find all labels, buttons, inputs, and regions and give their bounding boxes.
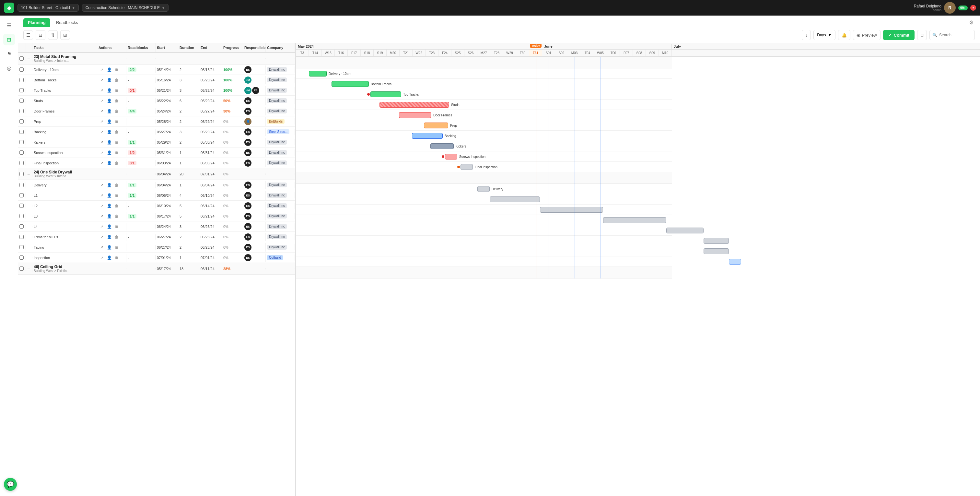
link-icon[interactable]: ↗	[99, 213, 105, 220]
gantt-bar[interactable]	[703, 238, 729, 244]
sidebar-item-schedule[interactable]: ⊞	[3, 34, 15, 45]
tab-roadblocks[interactable]: Roadblocks	[51, 18, 83, 27]
gantt-bar[interactable]	[477, 186, 490, 192]
person-icon[interactable]: 👤	[106, 255, 113, 261]
group-row-23[interactable]: − 23| Metal Stud Framing Building West >…	[18, 53, 295, 64]
delete-icon[interactable]: 🗑	[113, 244, 120, 250]
sort-btn[interactable]: ⇅	[48, 30, 58, 40]
person-icon[interactable]: 👤	[106, 139, 113, 145]
link-icon[interactable]: ↗	[99, 67, 105, 73]
sidebar-item-grid[interactable]: ◎	[3, 62, 15, 74]
person-icon[interactable]: 👤	[106, 108, 113, 115]
delete-icon[interactable]: 🗑	[113, 192, 120, 199]
person-icon[interactable]: 👤	[106, 129, 113, 135]
link-icon[interactable]: ↗	[99, 87, 105, 94]
delete-icon[interactable]: 🗑	[113, 108, 120, 115]
roadblock-badge[interactable]: 1/2	[128, 150, 137, 155]
share-btn[interactable]: □	[917, 30, 927, 40]
delete-icon[interactable]: 🗑	[113, 223, 120, 230]
gantt-bar[interactable]	[331, 81, 369, 87]
person-icon[interactable]: 👤	[106, 244, 113, 250]
link-icon[interactable]: ↗	[99, 182, 105, 188]
roadblock-badge[interactable]: 1/1	[128, 193, 137, 198]
gantt-bar[interactable]	[445, 154, 457, 159]
gantt-bar[interactable]	[729, 259, 741, 265]
gantt-bar[interactable]	[460, 164, 473, 170]
link-icon[interactable]: ↗	[99, 139, 105, 145]
delete-icon[interactable]: 🗑	[113, 97, 120, 104]
gantt-bar[interactable]	[371, 91, 401, 97]
delete-icon[interactable]: 🗑	[113, 150, 120, 156]
roadblock-badge[interactable]: 1/1	[128, 214, 137, 218]
group-row-24[interactable]: − 24| One Side Drywall Building West > I…	[18, 168, 295, 180]
gantt-bar[interactable]	[703, 248, 729, 254]
delete-icon[interactable]: 🗑	[113, 67, 120, 73]
search-box[interactable]: 🔍	[929, 30, 975, 40]
roadblock-badge[interactable]: 2/2	[128, 67, 137, 72]
gantt-bar[interactable]	[309, 71, 327, 77]
person-icon[interactable]: 👤	[106, 150, 113, 156]
commit-btn[interactable]: ✓ Commit	[883, 30, 915, 40]
delete-icon[interactable]: 🗑	[113, 160, 120, 166]
link-icon[interactable]: ↗	[99, 129, 105, 135]
search-input[interactable]	[939, 33, 972, 37]
person-icon[interactable]: 👤	[106, 182, 113, 188]
project-selector[interactable]: 101 Builder Street · Outbuild ▼	[18, 4, 79, 12]
gantt-bar[interactable]	[666, 228, 703, 233]
person-icon[interactable]: 👤	[106, 118, 113, 125]
delete-icon[interactable]: 🗑	[113, 255, 120, 261]
link-icon[interactable]: ↗	[99, 118, 105, 125]
link-icon[interactable]: ↗	[99, 97, 105, 104]
delete-icon[interactable]: 🗑	[113, 203, 120, 209]
preview-btn[interactable]: ◉ Preview	[853, 30, 880, 40]
roadblock-badge[interactable]: 1/1	[128, 140, 137, 145]
person-icon[interactable]: 👤	[106, 192, 113, 199]
sidebar-item-menu[interactable]: ☰	[3, 19, 15, 31]
person-icon[interactable]: 👤	[106, 67, 113, 73]
link-icon[interactable]: ↗	[99, 234, 105, 240]
person-icon[interactable]: 👤	[106, 87, 113, 94]
delete-icon[interactable]: 🗑	[113, 213, 120, 220]
link-icon[interactable]: ↗	[99, 150, 105, 156]
person-icon[interactable]: 👤	[106, 223, 113, 230]
gantt-bar[interactable]	[424, 123, 448, 128]
gantt-bar[interactable]	[380, 102, 449, 108]
delete-icon[interactable]: 🗑	[113, 139, 120, 145]
person-icon[interactable]: 👤	[106, 203, 113, 209]
link-icon[interactable]: ↗	[99, 108, 105, 115]
link-icon[interactable]: ↗	[99, 192, 105, 199]
tab-planning[interactable]: Planning	[23, 18, 50, 27]
person-icon[interactable]: 👤	[106, 77, 113, 83]
delete-icon[interactable]: 🗑	[113, 77, 120, 83]
roadblock-badge[interactable]: 0/1	[128, 88, 137, 93]
link-icon[interactable]: ↗	[99, 160, 105, 166]
gantt-bar[interactable]	[412, 133, 443, 139]
group-row-46[interactable]: − 46| Ceiling Grid Building West > Exist…	[18, 263, 295, 274]
sidebar-item-flag[interactable]: ⚑	[3, 48, 15, 60]
person-icon[interactable]: 👤	[106, 160, 113, 166]
delete-icon[interactable]: 🗑	[113, 182, 120, 188]
link-icon[interactable]: ↗	[99, 203, 105, 209]
link-icon[interactable]: ↗	[99, 223, 105, 230]
delete-icon[interactable]: 🗑	[113, 129, 120, 135]
person-icon[interactable]: 👤	[106, 213, 113, 220]
filter-btn[interactable]: ⊟	[36, 30, 45, 40]
gantt-bar[interactable]	[540, 207, 603, 213]
link-icon[interactable]: ↗	[99, 244, 105, 250]
user-avatar[interactable]: R	[944, 2, 956, 14]
delete-icon[interactable]: 🗑	[113, 87, 120, 94]
settings-icon[interactable]: ⚙	[968, 18, 975, 27]
gantt-bar[interactable]	[490, 196, 540, 202]
schedule-selector[interactable]: Construction Schedule · MAIN SCHEDULE ▼	[82, 4, 169, 12]
gantt-bar[interactable]	[603, 217, 666, 223]
group-expand-23[interactable]: −	[26, 56, 32, 62]
days-selector[interactable]: Days ▼	[813, 30, 835, 40]
columns-btn[interactable]: ⊞	[60, 30, 70, 40]
gantt-bar[interactable]	[399, 112, 431, 118]
delete-icon[interactable]: 🗑	[113, 118, 120, 125]
roadblock-badge[interactable]: 1/1	[128, 183, 137, 187]
person-icon[interactable]: 👤	[106, 234, 113, 240]
notification-badge[interactable]: 99+	[958, 5, 968, 10]
link-icon[interactable]: ↗	[99, 77, 105, 83]
link-icon[interactable]: ↗	[99, 255, 105, 261]
